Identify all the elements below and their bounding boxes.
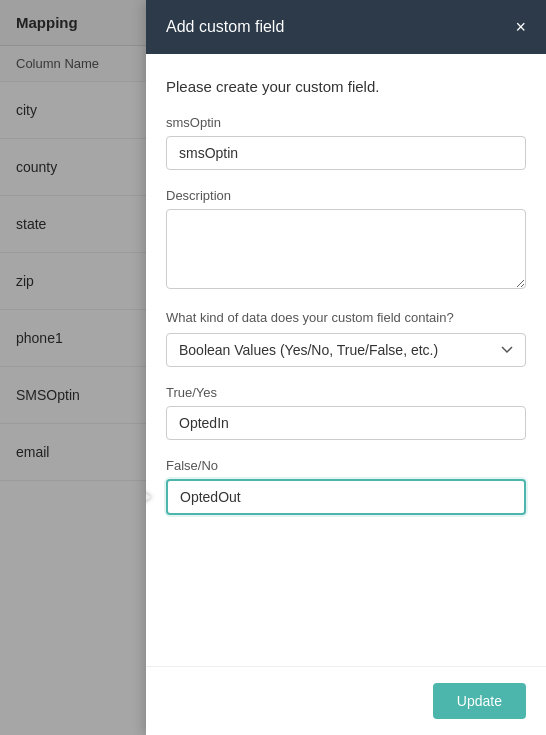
arrow-indicator-icon — [146, 482, 160, 512]
field-name-input[interactable] — [166, 136, 526, 170]
update-button[interactable]: Update — [433, 683, 526, 719]
false-no-input[interactable] — [166, 479, 526, 515]
true-yes-group: True/Yes — [166, 385, 526, 440]
description-label: Description — [166, 188, 526, 203]
modal-body: Please create your custom field. smsOpti… — [146, 54, 546, 666]
close-button[interactable]: × — [515, 18, 526, 36]
modal-subtitle: Please create your custom field. — [166, 78, 526, 95]
modal-footer: Update — [146, 666, 546, 735]
field-name-group: smsOptin — [166, 115, 526, 170]
false-no-group: False/No — [166, 458, 526, 515]
false-no-label: False/No — [166, 458, 526, 473]
field-type-question: What kind of data does your custom field… — [166, 310, 526, 325]
field-name-label: smsOptin — [166, 115, 526, 130]
field-type-group: What kind of data does your custom field… — [166, 310, 526, 367]
modal-header: Add custom field × — [146, 0, 546, 54]
false-no-input-wrapper — [166, 479, 526, 515]
true-yes-label: True/Yes — [166, 385, 526, 400]
field-type-select[interactable]: Boolean Values (Yes/No, True/False, etc.… — [166, 333, 526, 367]
add-custom-field-modal: Add custom field × Please create your cu… — [146, 0, 546, 735]
description-textarea[interactable] — [166, 209, 526, 289]
description-group: Description — [166, 188, 526, 292]
true-yes-input[interactable] — [166, 406, 526, 440]
modal-title: Add custom field — [166, 18, 284, 36]
